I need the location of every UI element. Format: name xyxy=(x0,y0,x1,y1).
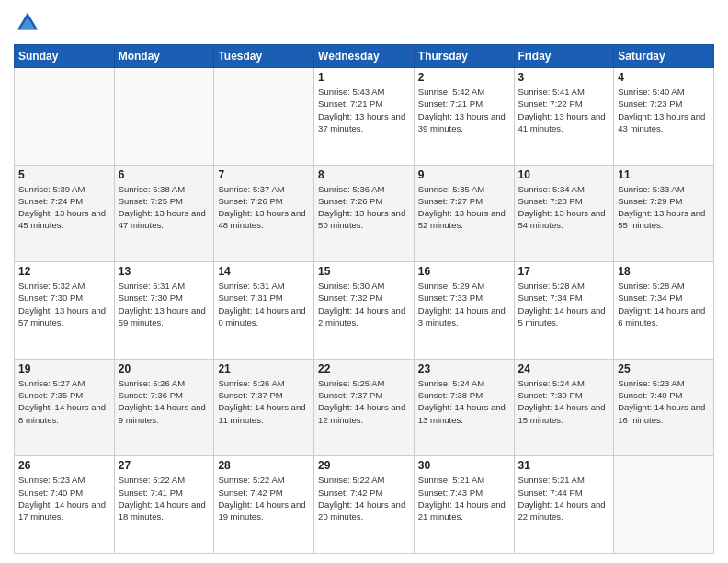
day-number: 12 xyxy=(18,265,110,278)
calendar-day-cell: 6Sunrise: 5:38 AM Sunset: 7:25 PM Daylig… xyxy=(114,165,214,262)
day-number: 5 xyxy=(18,168,110,181)
calendar-week-row: 12Sunrise: 5:32 AM Sunset: 7:30 PM Dayli… xyxy=(15,262,714,360)
day-info: Sunrise: 5:22 AM Sunset: 7:42 PM Dayligh… xyxy=(318,474,410,523)
calendar-day-cell: 19Sunrise: 5:27 AM Sunset: 7:35 PM Dayli… xyxy=(15,359,115,456)
day-info: Sunrise: 5:27 AM Sunset: 7:35 PM Dayligh… xyxy=(18,377,110,426)
day-info: Sunrise: 5:22 AM Sunset: 7:42 PM Dayligh… xyxy=(218,474,310,523)
calendar-day-cell: 2Sunrise: 5:42 AM Sunset: 7:21 PM Daylig… xyxy=(414,68,514,166)
calendar-day-cell: 25Sunrise: 5:23 AM Sunset: 7:40 PM Dayli… xyxy=(614,359,714,456)
day-info: Sunrise: 5:29 AM Sunset: 7:33 PM Dayligh… xyxy=(418,280,510,328)
day-info: Sunrise: 5:37 AM Sunset: 7:26 PM Dayligh… xyxy=(218,183,310,232)
calendar-day-cell: 29Sunrise: 5:22 AM Sunset: 7:42 PM Dayli… xyxy=(314,456,415,554)
calendar-day-cell: 28Sunrise: 5:22 AM Sunset: 7:42 PM Dayli… xyxy=(214,456,314,554)
day-number: 13 xyxy=(119,265,210,278)
weekday-header: Monday xyxy=(114,45,214,68)
day-number: 31 xyxy=(518,459,610,472)
day-info: Sunrise: 5:42 AM Sunset: 7:21 PM Dayligh… xyxy=(418,86,510,134)
day-number: 29 xyxy=(318,459,410,472)
day-info: Sunrise: 5:22 AM Sunset: 7:41 PM Dayligh… xyxy=(119,474,210,523)
calendar-day-cell: 20Sunrise: 5:26 AM Sunset: 7:36 PM Dayli… xyxy=(114,359,214,456)
calendar-day-cell: 26Sunrise: 5:23 AM Sunset: 7:40 PM Dayli… xyxy=(15,456,115,554)
day-number: 8 xyxy=(318,168,410,181)
day-number: 1 xyxy=(318,71,410,84)
calendar-day-cell: 14Sunrise: 5:31 AM Sunset: 7:31 PM Dayli… xyxy=(214,262,314,360)
day-info: Sunrise: 5:28 AM Sunset: 7:34 PM Dayligh… xyxy=(518,280,610,328)
day-info: Sunrise: 5:38 AM Sunset: 7:25 PM Dayligh… xyxy=(119,183,210,232)
day-number: 18 xyxy=(618,265,710,278)
day-info: Sunrise: 5:40 AM Sunset: 7:23 PM Dayligh… xyxy=(618,86,710,134)
calendar-table: SundayMondayTuesdayWednesdayThursdayFrid… xyxy=(14,44,714,554)
calendar-day-cell: 1Sunrise: 5:43 AM Sunset: 7:21 PM Daylig… xyxy=(314,68,415,166)
calendar-day-cell xyxy=(614,456,714,554)
day-info: Sunrise: 5:21 AM Sunset: 7:44 PM Dayligh… xyxy=(518,474,610,523)
calendar-day-cell: 31Sunrise: 5:21 AM Sunset: 7:44 PM Dayli… xyxy=(514,456,614,554)
day-info: Sunrise: 5:24 AM Sunset: 7:39 PM Dayligh… xyxy=(518,377,610,426)
day-info: Sunrise: 5:28 AM Sunset: 7:34 PM Dayligh… xyxy=(618,280,710,328)
calendar-day-cell: 22Sunrise: 5:25 AM Sunset: 7:37 PM Dayli… xyxy=(314,359,415,456)
day-info: Sunrise: 5:41 AM Sunset: 7:22 PM Dayligh… xyxy=(518,86,610,134)
calendar-day-cell: 13Sunrise: 5:31 AM Sunset: 7:30 PM Dayli… xyxy=(114,262,214,360)
day-info: Sunrise: 5:24 AM Sunset: 7:38 PM Dayligh… xyxy=(418,377,510,426)
weekday-header: Wednesday xyxy=(314,45,415,68)
day-number: 11 xyxy=(618,168,710,181)
calendar-day-cell: 27Sunrise: 5:22 AM Sunset: 7:41 PM Dayli… xyxy=(114,456,214,554)
day-number: 28 xyxy=(218,459,310,472)
day-info: Sunrise: 5:36 AM Sunset: 7:26 PM Dayligh… xyxy=(318,183,410,232)
calendar-day-cell: 11Sunrise: 5:33 AM Sunset: 7:29 PM Dayli… xyxy=(614,165,714,262)
day-number: 30 xyxy=(418,459,510,472)
day-number: 17 xyxy=(518,265,610,278)
header xyxy=(14,9,714,37)
day-info: Sunrise: 5:21 AM Sunset: 7:43 PM Dayligh… xyxy=(418,474,510,523)
day-info: Sunrise: 5:26 AM Sunset: 7:37 PM Dayligh… xyxy=(218,377,310,426)
day-number: 23 xyxy=(418,362,510,375)
calendar-day-cell xyxy=(15,68,115,166)
calendar-day-cell: 9Sunrise: 5:35 AM Sunset: 7:27 PM Daylig… xyxy=(414,165,514,262)
day-info: Sunrise: 5:31 AM Sunset: 7:30 PM Dayligh… xyxy=(119,280,210,328)
weekday-header: Thursday xyxy=(414,45,514,68)
day-number: 27 xyxy=(119,459,210,472)
day-number: 16 xyxy=(418,265,510,278)
page: SundayMondayTuesdayWednesdayThursdayFrid… xyxy=(0,0,728,563)
day-number: 15 xyxy=(318,265,410,278)
weekday-header: Tuesday xyxy=(214,45,314,68)
calendar-day-cell: 7Sunrise: 5:37 AM Sunset: 7:26 PM Daylig… xyxy=(214,165,314,262)
day-info: Sunrise: 5:30 AM Sunset: 7:32 PM Dayligh… xyxy=(318,280,410,328)
day-info: Sunrise: 5:32 AM Sunset: 7:30 PM Dayligh… xyxy=(18,280,110,328)
calendar-day-cell: 23Sunrise: 5:24 AM Sunset: 7:38 PM Dayli… xyxy=(414,359,514,456)
calendar-week-row: 19Sunrise: 5:27 AM Sunset: 7:35 PM Dayli… xyxy=(15,359,714,456)
day-info: Sunrise: 5:35 AM Sunset: 7:27 PM Dayligh… xyxy=(418,183,510,232)
day-number: 10 xyxy=(518,168,610,181)
day-info: Sunrise: 5:34 AM Sunset: 7:28 PM Dayligh… xyxy=(518,183,610,232)
weekday-header: Friday xyxy=(514,45,614,68)
calendar-day-cell: 24Sunrise: 5:24 AM Sunset: 7:39 PM Dayli… xyxy=(514,359,614,456)
calendar-day-cell xyxy=(114,68,214,166)
calendar-day-cell: 30Sunrise: 5:21 AM Sunset: 7:43 PM Dayli… xyxy=(414,456,514,554)
day-info: Sunrise: 5:26 AM Sunset: 7:36 PM Dayligh… xyxy=(119,377,210,426)
logo xyxy=(14,9,45,37)
day-number: 14 xyxy=(218,265,310,278)
calendar-day-cell: 12Sunrise: 5:32 AM Sunset: 7:30 PM Dayli… xyxy=(15,262,115,360)
calendar-day-cell: 18Sunrise: 5:28 AM Sunset: 7:34 PM Dayli… xyxy=(614,262,714,360)
day-info: Sunrise: 5:23 AM Sunset: 7:40 PM Dayligh… xyxy=(18,474,110,523)
calendar-day-cell: 8Sunrise: 5:36 AM Sunset: 7:26 PM Daylig… xyxy=(314,165,415,262)
day-number: 24 xyxy=(518,362,610,375)
day-info: Sunrise: 5:43 AM Sunset: 7:21 PM Dayligh… xyxy=(318,86,410,134)
calendar-week-row: 26Sunrise: 5:23 AM Sunset: 7:40 PM Dayli… xyxy=(15,456,714,554)
calendar-day-cell: 21Sunrise: 5:26 AM Sunset: 7:37 PM Dayli… xyxy=(214,359,314,456)
weekday-header-row: SundayMondayTuesdayWednesdayThursdayFrid… xyxy=(15,45,714,68)
calendar-day-cell: 4Sunrise: 5:40 AM Sunset: 7:23 PM Daylig… xyxy=(614,68,714,166)
day-info: Sunrise: 5:39 AM Sunset: 7:24 PM Dayligh… xyxy=(18,183,110,232)
day-number: 26 xyxy=(18,459,110,472)
calendar-day-cell xyxy=(214,68,314,166)
day-number: 3 xyxy=(518,71,610,84)
calendar-day-cell: 10Sunrise: 5:34 AM Sunset: 7:28 PM Dayli… xyxy=(514,165,614,262)
calendar-day-cell: 16Sunrise: 5:29 AM Sunset: 7:33 PM Dayli… xyxy=(414,262,514,360)
day-number: 7 xyxy=(218,168,310,181)
day-number: 25 xyxy=(618,362,710,375)
calendar-day-cell: 17Sunrise: 5:28 AM Sunset: 7:34 PM Dayli… xyxy=(514,262,614,360)
day-info: Sunrise: 5:25 AM Sunset: 7:37 PM Dayligh… xyxy=(318,377,410,426)
calendar-day-cell: 3Sunrise: 5:41 AM Sunset: 7:22 PM Daylig… xyxy=(514,68,614,166)
calendar-day-cell: 5Sunrise: 5:39 AM Sunset: 7:24 PM Daylig… xyxy=(15,165,115,262)
day-number: 19 xyxy=(18,362,110,375)
day-number: 22 xyxy=(318,362,410,375)
